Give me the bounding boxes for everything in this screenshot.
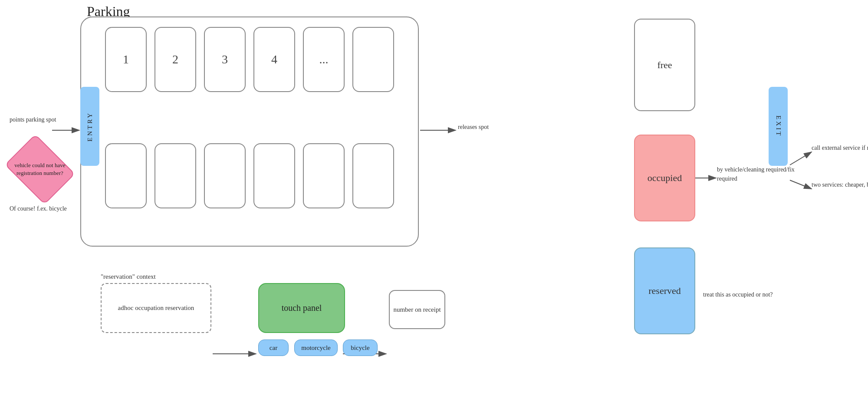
parking-spot-b5 — [303, 143, 345, 208]
parking-spot-dots: ... — [303, 27, 345, 92]
releases-spot-label: releases spot — [458, 122, 489, 132]
reservation-context-title: "reservation" context — [101, 272, 156, 282]
diamond-text: vehicle could not have registration numb… — [13, 162, 67, 177]
bicycle-pill: bicycle — [343, 339, 378, 356]
adhoc-occupation-text: adhoc occupation reservation — [118, 303, 194, 313]
parking-spot-b3 — [204, 143, 246, 208]
parking-spot-b6 — [352, 143, 394, 208]
status-reserved-box: reserved — [634, 247, 695, 334]
receipt-box: number on receipt — [389, 290, 445, 329]
bicycle-label: bicycle — [351, 344, 369, 352]
parking-spot-3: 3 — [204, 27, 246, 92]
parking-spot-b1 — [105, 143, 147, 208]
receipt-text: number on receipt — [393, 305, 441, 315]
motorcycle-label: motorcycle — [301, 344, 330, 352]
status-occupied-box: occupied — [634, 135, 695, 221]
parking-spot-1: 1 — [105, 27, 147, 92]
points-parking-spot-label: points parking spot — [10, 115, 56, 124]
entry-column: ENTRY — [80, 87, 99, 166]
call-external-annotation: call external service if requiered — [812, 143, 868, 152]
diamond-shape: vehicle could not have registration numb… — [5, 134, 76, 205]
car-pill: car — [258, 339, 289, 356]
parking-row-bottom — [81, 135, 418, 216]
adhoc-occupation-box: adhoc occupation reservation — [101, 283, 211, 333]
treat-occupied-annotation: treat this as occupied or not? — [703, 290, 816, 299]
driving-lane — [81, 100, 418, 135]
parking-lot: 1 2 3 4 ... — [80, 16, 419, 247]
diamond-note: Of course! f.ex. bicycle — [10, 204, 67, 213]
parking-row-top: 1 2 3 4 ... — [81, 17, 418, 100]
diamond-question: vehicle could not have registration numb… — [10, 143, 70, 195]
touch-panel-box: touch panel — [258, 283, 345, 333]
car-label: car — [270, 344, 277, 352]
parking-spot-b2 — [155, 143, 196, 208]
two-services-annotation: two services: cheaper, better? — [812, 180, 868, 189]
touch-panel-text: touch panel — [282, 303, 322, 313]
motorcycle-pill: motorcycle — [294, 339, 338, 356]
parking-spot-extra — [352, 27, 394, 92]
status-free-box: free — [634, 19, 695, 111]
exit-column: EXIT — [769, 87, 788, 166]
by-vehicle-annotation: by vehicle/cleaning required/fix require… — [717, 165, 795, 183]
parking-spot-4: 4 — [253, 27, 295, 92]
parking-spot-2: 2 — [155, 27, 196, 92]
parking-spot-b4 — [253, 143, 295, 208]
